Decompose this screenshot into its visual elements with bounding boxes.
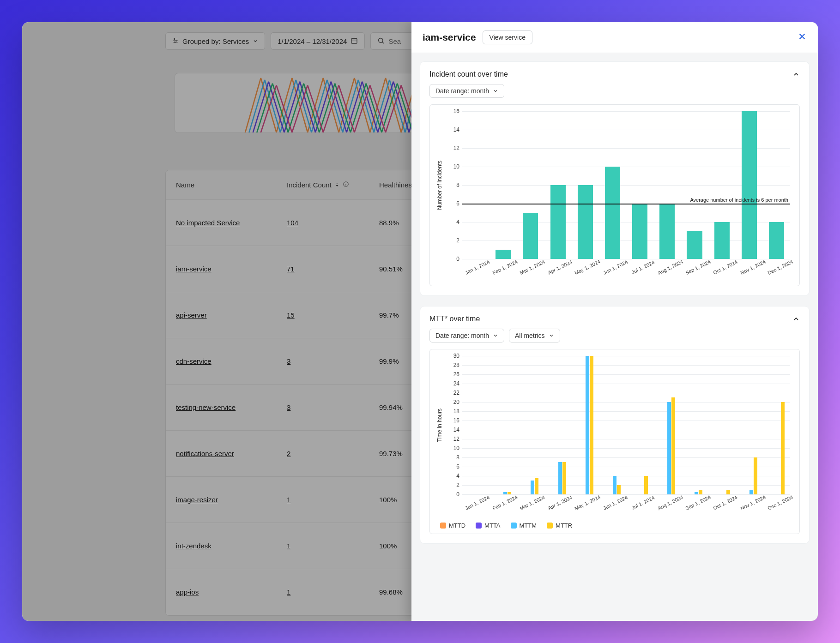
y-axis-label: Time in hours xyxy=(436,409,443,442)
column-header-incident-count[interactable]: Incident Count xyxy=(287,181,379,189)
bar[interactable] xyxy=(659,204,675,259)
svg-rect-3 xyxy=(351,38,357,43)
legend-item: MTTR xyxy=(547,522,572,529)
group-by-selector[interactable]: Grouped by: Services xyxy=(165,32,265,50)
chevron-down-icon xyxy=(493,333,498,338)
service-name-link[interactable]: testing-new-service xyxy=(176,403,287,411)
bar[interactable] xyxy=(781,402,785,494)
legend-item: MTTM xyxy=(511,522,537,529)
group-by-label: Grouped by: Services xyxy=(182,37,249,45)
card-title: MTT* over time xyxy=(429,315,480,323)
info-icon[interactable] xyxy=(343,181,349,189)
bar[interactable] xyxy=(523,213,538,259)
svg-point-0 xyxy=(174,38,175,39)
card-title: Incident count over time xyxy=(429,70,508,78)
bar[interactable] xyxy=(742,111,757,259)
service-detail-panel: iam-service View service Incident count … xyxy=(411,22,818,621)
bar[interactable] xyxy=(605,167,620,259)
bar[interactable] xyxy=(632,204,647,259)
service-name-link[interactable]: int-zendesk xyxy=(176,542,287,550)
incident-count-link[interactable]: 3 xyxy=(287,403,379,411)
svg-point-2 xyxy=(175,42,175,42)
date-range-text: 1/1/2024 – 12/31/2024 xyxy=(278,37,347,45)
bar[interactable] xyxy=(531,481,534,494)
bar[interactable] xyxy=(714,222,730,259)
incident-count-link[interactable]: 71 xyxy=(287,265,379,273)
chevron-down-icon xyxy=(493,88,498,94)
view-service-button[interactable]: View service xyxy=(483,30,532,44)
incident-count-link[interactable]: 1 xyxy=(287,588,379,596)
service-name-link[interactable]: notifications-server xyxy=(176,450,287,457)
bar[interactable] xyxy=(578,185,593,259)
y-axis-label: Number of incidents xyxy=(436,161,443,210)
bar[interactable] xyxy=(667,402,671,494)
panel-title: iam-service xyxy=(423,32,476,43)
bar[interactable] xyxy=(695,492,698,494)
bar[interactable] xyxy=(671,397,675,494)
incident-count-chart: Number of incidents 0246810121416Average… xyxy=(429,104,800,286)
service-name-link[interactable]: api-server xyxy=(176,311,287,319)
legend-item: MTTD xyxy=(440,522,465,529)
incident-count-link[interactable]: 1 xyxy=(287,496,379,504)
close-panel-button[interactable] xyxy=(798,32,807,43)
svg-point-1 xyxy=(176,40,177,41)
incident-count-link[interactable]: 104 xyxy=(287,219,379,227)
bar[interactable] xyxy=(590,356,593,494)
bar[interactable] xyxy=(749,490,753,494)
bar[interactable] xyxy=(496,250,511,259)
date-range-selector[interactable]: Date range: month xyxy=(429,329,504,343)
incident-count-link[interactable]: 2 xyxy=(287,450,379,457)
legend-item: MTTA xyxy=(476,522,500,529)
sliders-icon xyxy=(172,37,179,45)
bar[interactable] xyxy=(687,231,702,259)
chevron-down-icon xyxy=(253,38,258,44)
date-range-picker[interactable]: 1/1/2024 – 12/31/2024 xyxy=(271,32,365,50)
incident-count-link[interactable]: 3 xyxy=(287,357,379,365)
incident-count-link[interactable]: 1 xyxy=(287,542,379,550)
chevron-down-icon xyxy=(549,333,554,338)
mtt-chart: Time in hours 02468101214161820222426283… xyxy=(429,349,800,534)
bar[interactable] xyxy=(550,185,566,259)
metric-selector[interactable]: All metrics xyxy=(509,329,560,343)
bar[interactable] xyxy=(769,222,784,259)
service-name-link[interactable]: app-ios xyxy=(176,588,287,596)
service-name-link[interactable]: No impacted Service xyxy=(176,219,287,227)
average-annotation: Average number of incidents is 6 per mon… xyxy=(690,197,788,203)
collapse-card-button[interactable] xyxy=(792,71,800,78)
incident-count-card: Incident count over time Date range: mon… xyxy=(420,61,810,296)
incident-count-link[interactable]: 15 xyxy=(287,311,379,319)
panel-header: iam-service View service xyxy=(411,22,818,53)
svg-point-4 xyxy=(379,38,383,42)
service-name-link[interactable]: image-resizer xyxy=(176,496,287,504)
service-name-link[interactable]: cdn-service xyxy=(176,357,287,365)
collapse-card-button[interactable] xyxy=(792,315,800,323)
bar[interactable] xyxy=(558,462,562,494)
calendar-icon xyxy=(351,37,358,46)
search-icon xyxy=(377,37,385,46)
date-range-selector[interactable]: Date range: month xyxy=(429,84,504,98)
bar[interactable] xyxy=(586,356,589,494)
service-name-link[interactable]: iam-service xyxy=(176,265,287,273)
bar[interactable] xyxy=(754,457,757,494)
column-header-name[interactable]: Name xyxy=(176,181,287,189)
chart-legend: MTTD MTTA MTTM MTTR xyxy=(436,522,793,529)
bar[interactable] xyxy=(613,476,616,494)
bar[interactable] xyxy=(562,462,566,494)
mtt-card: MTT* over time Date range: month All met… xyxy=(420,306,810,544)
sort-desc-icon xyxy=(334,181,340,189)
bar[interactable] xyxy=(644,476,648,494)
